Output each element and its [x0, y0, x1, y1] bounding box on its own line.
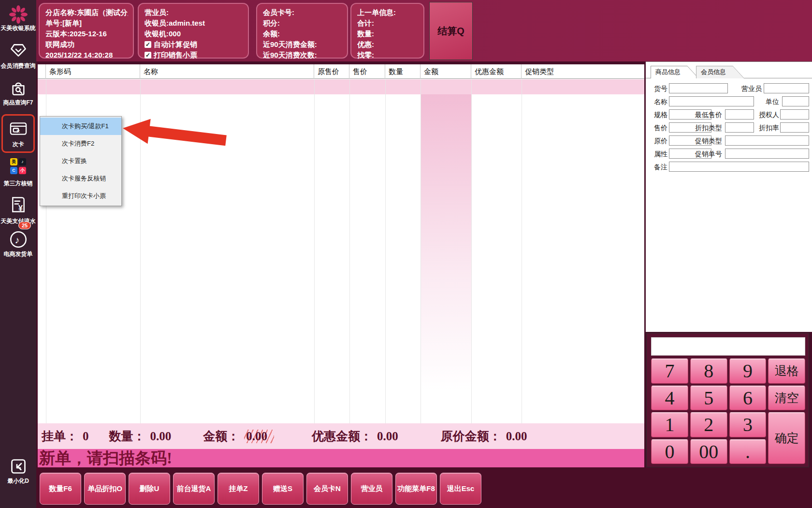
register-id: 收银机:000	[145, 29, 243, 39]
sidebar-item-ecommerce[interactable]: 电商发货单	[0, 250, 36, 258]
promo-type-input[interactable]	[725, 135, 809, 146]
menu-item-cika-reverse[interactable]: 次卡服务反核销	[40, 170, 121, 187]
third-party-apps-icon: 美 ♪ C 小	[0, 158, 36, 174]
key-7[interactable]: 7	[651, 359, 688, 384]
tab-member-info[interactable]: 会员信息	[696, 66, 744, 78]
menu-item-cika-buy-refund[interactable]: 次卡购买/退款F1	[40, 118, 121, 135]
diamond-icon	[0, 42, 36, 59]
return-button[interactable]: 前台退货A	[173, 473, 215, 505]
key-6[interactable]: 6	[729, 386, 767, 411]
held-orders-value: 0	[83, 430, 89, 443]
gift-button[interactable]: 赠送S	[262, 473, 304, 505]
numpad-input[interactable]	[651, 337, 805, 356]
key-2[interactable]: 2	[690, 412, 727, 437]
cika-context-menu: 次卡购买/退款F1 次卡消费F2 次卡置换 次卡服务反核销 重打印次卡小票	[40, 116, 122, 206]
name-input[interactable]	[669, 96, 754, 106]
key-confirm[interactable]: 确定	[768, 412, 805, 464]
label-promo-no: 促销单号	[693, 149, 722, 159]
tab-product-info[interactable]: 商品信息	[651, 66, 699, 78]
menu-item-cika-consume[interactable]: 次卡消费F2	[40, 135, 121, 152]
key-clear[interactable]: 清空	[768, 386, 805, 411]
promo-no-input[interactable]	[725, 149, 809, 159]
label-unit: 单位	[762, 96, 779, 107]
key-backspace[interactable]: 退格	[768, 359, 805, 384]
key-dot[interactable]: .	[729, 439, 767, 464]
member-90d-count: 近90天消费次数:	[263, 50, 342, 60]
col-header-rowmark	[38, 64, 46, 79]
checkbox-checked-icon[interactable]: ✓	[145, 52, 151, 59]
col-header-name: 名称	[140, 64, 314, 79]
col-header-amount: 金额	[420, 64, 471, 79]
sidebar-item-minimize[interactable]: 最小化D	[0, 477, 36, 485]
delete-button[interactable]: 删除U	[129, 473, 170, 505]
receipt-yuan-icon: ¥	[0, 194, 36, 215]
held-orders-label: 挂单：	[42, 428, 78, 444]
datetime: 2025/12/22 14:20:28	[45, 50, 128, 60]
notification-badge: 25	[18, 222, 31, 229]
table-row[interactable]	[38, 79, 644, 94]
douyin-icon: ♪	[19, 158, 26, 165]
product-info-panel: 商品信息 会员信息 货号 营业员 名称 单位 规格 最低售价 授权人 售价 折扣…	[646, 61, 812, 332]
key-4[interactable]: 4	[651, 386, 688, 411]
label-remark: 备注	[647, 162, 667, 172]
xhs-icon: 小	[19, 167, 26, 174]
bottom-toolbar: 数量F6 单品折扣O 删除U 前台退货A 挂单Z 赠送S 会员卡N 营业员 功能…	[36, 467, 812, 508]
member-card-button[interactable]: 会员卡N	[306, 473, 348, 505]
key-3[interactable]: 3	[729, 412, 767, 437]
menu-item-cika-swap[interactable]: 次卡置换	[40, 152, 121, 170]
auto-promo-checkbox-label[interactable]: 自动计算促销	[154, 40, 197, 49]
print-receipt-checkbox-label[interactable]: 打印销售小票	[154, 51, 197, 60]
exit-button[interactable]: 退出Esc	[440, 473, 481, 505]
settle-button[interactable]: 结算Q	[429, 2, 473, 60]
order-number: 单号:[新单]	[45, 18, 128, 29]
remark-input[interactable]	[669, 162, 809, 172]
column-divider	[385, 79, 386, 423]
authorizer-input[interactable]	[780, 109, 809, 120]
qty-button[interactable]: 数量F6	[40, 473, 81, 505]
panel-tabs: 商品信息 会员信息	[646, 66, 812, 78]
key-5[interactable]: 5	[690, 386, 727, 411]
status-bar: 挂单： 0 数量： 0.00 金额： 0.00 优惠金额： 0.00 原价金额：…	[38, 423, 644, 449]
column-divider	[420, 79, 421, 423]
col-header-barcode: 条形码	[46, 64, 140, 79]
sidebar-item-member-query[interactable]: 会员消费查询	[0, 62, 36, 70]
label-spec: 规格	[647, 109, 667, 120]
numpad: 7 8 9 退格 4 5 6 清空 1 2 3 确定 0 00 .	[646, 333, 809, 467]
svg-text:♪: ♪	[14, 235, 19, 245]
label-discount-rate: 折扣率	[756, 122, 779, 133]
hold-order-button[interactable]: 挂单Z	[218, 473, 259, 505]
checkbox-checked-icon[interactable]: ✓	[145, 41, 151, 48]
music-note-icon: ♪	[0, 229, 36, 250]
svg-text:¥: ¥	[18, 204, 23, 212]
last-order-change: 找零:	[357, 50, 419, 60]
qty-value: 0.00	[150, 430, 172, 443]
last-order-box: 上一单信息: 合计: 数量: 优惠: 找零:	[350, 3, 424, 59]
col-header-promo-type: 促销类型	[522, 64, 644, 79]
sidebar-item-cika[interactable]: 次卡	[0, 140, 36, 149]
key-8[interactable]: 8	[690, 359, 727, 384]
col-header-orig-price: 原售价	[314, 64, 349, 79]
column-divider	[471, 79, 472, 423]
sidebar-item-product-query[interactable]: 商品查询F7	[0, 99, 36, 107]
menu-item-cika-reprint[interactable]: 重打印次卡小票	[40, 187, 121, 205]
key-1[interactable]: 1	[651, 412, 688, 437]
function-menu-button[interactable]: 功能菜单F8	[395, 473, 437, 505]
label-price: 售价	[647, 122, 667, 133]
app-title: 天美收银系统	[0, 24, 36, 32]
unit-input[interactable]	[782, 96, 809, 106]
key-00[interactable]: 00	[690, 439, 727, 464]
key-9[interactable]: 9	[729, 359, 767, 384]
qty-label: 数量：	[109, 428, 145, 444]
table-header-row: 条形码 名称 原售价 售价 数量 金额 优惠金额 促销类型	[38, 64, 644, 79]
item-no-input[interactable]	[669, 83, 728, 93]
cashier-name: 收银员:admin.test	[145, 18, 243, 29]
key-0[interactable]: 0	[651, 439, 688, 464]
label-authorizer: 授权人	[756, 109, 779, 120]
salesperson-button[interactable]: 营业员	[351, 473, 392, 505]
sidebar-item-third-party[interactable]: 第三方核销	[0, 179, 36, 188]
salesperson-input[interactable]	[764, 83, 809, 93]
discount-rate-input[interactable]	[780, 122, 809, 133]
item-discount-button[interactable]: 单品折扣O	[84, 473, 126, 505]
discount-type-input[interactable]	[725, 122, 754, 133]
min-price-input[interactable]	[725, 109, 754, 120]
